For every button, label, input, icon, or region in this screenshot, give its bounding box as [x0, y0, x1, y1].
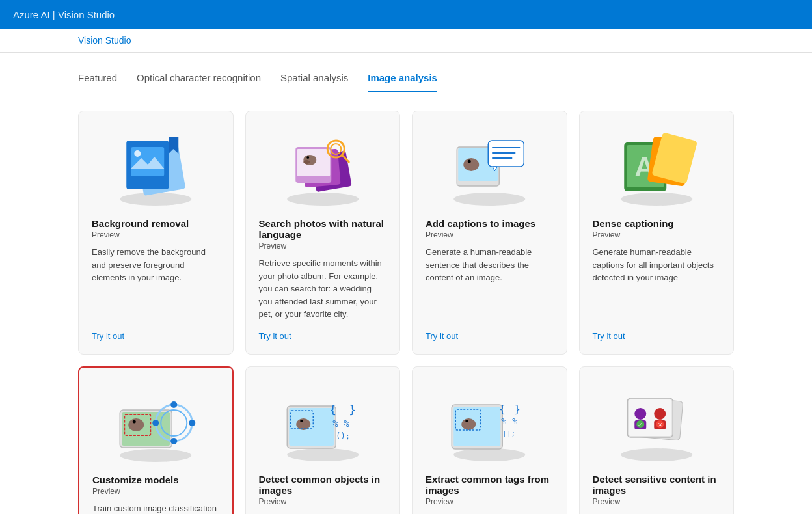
svg-text:{: {: [329, 403, 336, 416]
svg-point-38: [133, 420, 136, 423]
svg-point-42: [170, 401, 177, 408]
card-image-search-photos: [259, 124, 387, 209]
svg-text:[];: [];: [502, 429, 515, 438]
svg-text:{: {: [499, 403, 506, 415]
card-badge-background-removal: Preview: [92, 230, 220, 239]
svg-point-21: [463, 158, 479, 171]
card-title-customize-models: Customize models: [92, 474, 219, 485]
svg-point-50: [300, 420, 303, 422]
svg-text:}: }: [349, 403, 356, 416]
tab-featured[interactable]: Featured: [78, 66, 117, 92]
card-badge-search-photos: Preview: [259, 241, 387, 250]
card-image-detect-sensitive: ✓ ✕: [593, 380, 721, 465]
card-desc-dense-captioning: Generate human-readable captions for all…: [593, 246, 721, 321]
card-dense-captioning: A Dense captioning Preview Generate huma…: [579, 111, 735, 355]
card-image-background-removal: [92, 124, 220, 209]
svg-text:}: }: [514, 403, 521, 415]
tab-image-analysis[interactable]: Image analysis: [368, 66, 437, 92]
top-bar: Azure AI | Vision Studio: [0, 0, 812, 29]
svg-text:✕: ✕: [658, 422, 663, 428]
svg-point-76: [654, 408, 666, 420]
card-badge-detect-objects: Preview: [259, 497, 387, 506]
svg-text:%: %: [512, 416, 517, 426]
card-image-dense-captioning: A: [593, 124, 721, 209]
svg-point-57: [453, 448, 525, 461]
svg-point-4: [134, 150, 141, 157]
card-link-search-photos[interactable]: Try it out: [259, 331, 387, 341]
card-desc-customize-models: Train custom image classification and ob…: [92, 502, 219, 515]
svg-point-0: [120, 193, 191, 206]
svg-text:%: %: [501, 416, 506, 426]
card-image-add-captions: [426, 124, 554, 209]
cards-grid: Background removal Preview Easily remove…: [78, 111, 734, 514]
sub-nav: Vision Studio: [0, 29, 812, 53]
card-title-search-photos: Search photos with natural language: [259, 218, 387, 240]
svg-point-60: [461, 418, 476, 430]
svg-point-22: [468, 160, 471, 163]
card-add-captions: Add captions to images Preview Generate …: [412, 111, 567, 355]
svg-text:%: %: [332, 418, 338, 429]
svg-text:✓: ✓: [638, 422, 643, 428]
app-title: Azure AI | Vision Studio: [13, 9, 115, 20]
card-title-detect-objects: Detect common objects in images: [259, 474, 387, 496]
card-detect-objects: { } % % (); Detect common objects in ima…: [245, 366, 401, 515]
card-customize-models: Customize models Preview Train custom im…: [78, 366, 234, 515]
card-detect-sensitive: ✓ ✕ Detect sensitive content in images P…: [579, 366, 735, 515]
tab-spatial[interactable]: Spatial analysis: [280, 66, 348, 92]
card-desc-background-removal: Easily remove the background and preserv…: [92, 246, 220, 321]
card-title-detect-sensitive: Detect sensitive content in images: [593, 474, 721, 496]
svg-text:%: %: [344, 418, 349, 429]
card-badge-customize-models: Preview: [92, 487, 219, 496]
card-title-dense-captioning: Dense captioning: [593, 218, 721, 229]
card-title-add-captions: Add captions to images: [426, 218, 554, 229]
svg-point-45: [152, 420, 159, 426]
svg-text:();: ();: [336, 431, 350, 440]
svg-point-37: [128, 418, 144, 431]
svg-point-28: [621, 193, 692, 206]
svg-point-68: [621, 448, 692, 461]
card-image-detect-objects: { } % % ();: [259, 380, 387, 465]
svg-point-34: [120, 449, 191, 462]
card-search-photos: Search photos with natural language Prev…: [245, 111, 401, 355]
card-title-extract-tags: Extract common tags from images: [426, 474, 554, 496]
svg-rect-59: [453, 407, 500, 446]
card-badge-detect-sensitive: Preview: [593, 497, 721, 506]
card-desc-add-captions: Generate a human-readable sentence that …: [426, 246, 554, 321]
card-image-extract-tags: { } % % [];: [426, 380, 554, 465]
svg-point-7: [287, 193, 359, 206]
card-link-dense-captioning[interactable]: Try it out: [593, 331, 721, 341]
svg-point-14: [303, 160, 310, 164]
svg-point-44: [170, 438, 177, 444]
svg-point-18: [453, 193, 525, 206]
card-link-add-captions[interactable]: Try it out: [426, 331, 554, 341]
svg-point-13: [306, 156, 309, 159]
svg-point-72: [634, 408, 646, 420]
tab-ocr[interactable]: Optical character recognition: [137, 66, 261, 92]
card-extract-tags: { } % % []; Extract common tags from ima…: [412, 366, 567, 515]
svg-point-43: [189, 420, 195, 426]
card-badge-add-captions: Preview: [426, 230, 554, 239]
card-badge-dense-captioning: Preview: [593, 230, 721, 239]
card-title-background-removal: Background removal: [92, 218, 220, 229]
card-image-customize-models: [92, 381, 219, 465]
card-link-background-removal[interactable]: Try it out: [92, 331, 220, 341]
card-badge-extract-tags: Preview: [426, 497, 554, 506]
svg-rect-48: [289, 408, 334, 446]
svg-point-61: [465, 420, 468, 422]
main-content: Featured Optical character recognition S…: [0, 53, 812, 514]
svg-point-46: [287, 448, 359, 461]
card-desc-search-photos: Retrieve specific moments within your ph…: [259, 257, 387, 321]
vision-studio-link[interactable]: Vision Studio: [78, 35, 131, 46]
svg-rect-71: [629, 399, 671, 436]
card-background-removal: Background removal Preview Easily remove…: [78, 111, 234, 355]
tabs-container: Featured Optical character recognition S…: [78, 66, 734, 92]
